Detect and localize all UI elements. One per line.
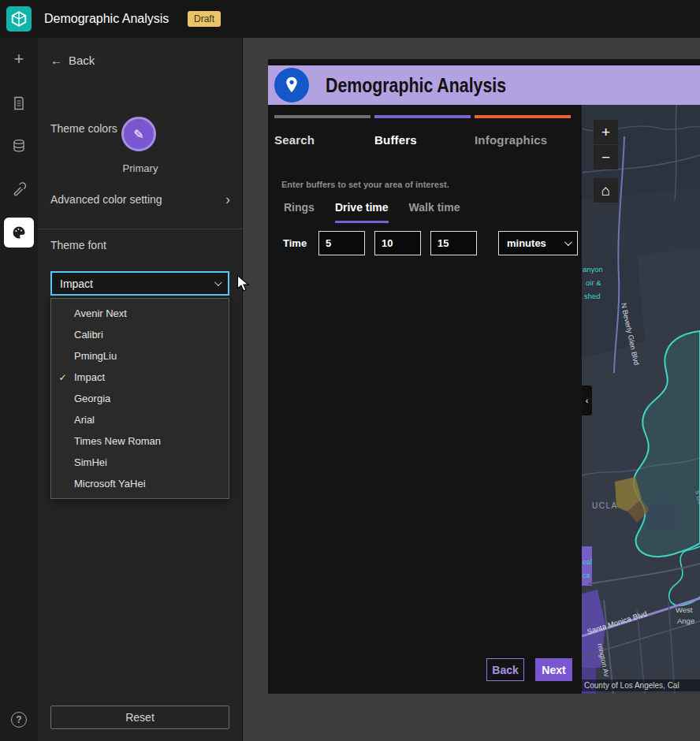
plus-icon: + [14, 50, 24, 68]
left-tool-rail: + ? [0, 38, 38, 741]
preview-next-button[interactable]: Next [535, 658, 572, 681]
home-icon: ⌂ [601, 182, 610, 199]
subtab-rings[interactable]: Rings [284, 201, 315, 223]
primary-swatch-label: Primary [38, 162, 243, 174]
chevron-right-icon: › [225, 192, 230, 207]
mouse-cursor-icon [236, 274, 251, 296]
time-label: Time [283, 237, 318, 249]
app-root: Demographic Analysis Draft + [0, 0, 700, 741]
help-button[interactable]: ? [0, 702, 38, 737]
font-option[interactable]: PmingLiu [51, 345, 229, 367]
tab-search[interactable]: Search [274, 115, 370, 147]
reset-button[interactable]: Reset [50, 706, 229, 729]
map-label-west: West [676, 605, 693, 614]
subtab-walk-time[interactable]: Walk time [409, 201, 460, 223]
font-option-label: Microsoft YaHei [74, 478, 146, 490]
font-option-label: Calibri [74, 329, 103, 341]
zoom-in-button[interactable]: + [594, 120, 618, 144]
font-option-label: Arial [74, 414, 95, 426]
tab-buffers[interactable]: Buffers [374, 115, 471, 147]
tools-button[interactable] [0, 172, 38, 207]
add-button[interactable]: + [0, 42, 38, 76]
font-dropdown-list: Avenir Next Calibri PmingLiu ✓Impact Geo… [50, 298, 229, 499]
font-option-label: Avenir Next [74, 307, 127, 319]
map-label-canyon1: anyon [583, 265, 603, 274]
cube-logo-icon [10, 10, 28, 28]
back-arrow-icon: ← [50, 54, 62, 67]
map-label-ucla: UCLA [592, 501, 618, 510]
font-select-value: Impact [60, 277, 93, 290]
app-preview-window: Demographic Analysis Search Buffers Info… [268, 59, 700, 694]
chevron-down-icon [564, 238, 572, 246]
font-option[interactable]: Microsoft YaHei [51, 473, 229, 494]
preview-app-body: Search Buffers Infographics Enter buffer… [268, 105, 582, 694]
tab-infographics[interactable]: Infographics [475, 115, 571, 147]
map-label-canyon2: oir & [586, 278, 601, 287]
theme-font-heading: Theme font [50, 239, 106, 251]
time-input-2[interactable] [374, 231, 421, 255]
map-label-eal: eal [583, 558, 592, 566]
wrench-icon [12, 182, 26, 196]
map-label-ca: ca [583, 572, 590, 579]
document-icon [12, 96, 26, 110]
home-button[interactable]: ⌂ [594, 178, 618, 203]
draft-status-badge: Draft [188, 11, 221, 27]
primary-color-swatch[interactable]: ✎ [121, 117, 156, 151]
font-option[interactable]: Times New Roman [51, 430, 229, 452]
unit-select-value: minutes [507, 237, 546, 249]
font-option[interactable]: Arial [51, 409, 229, 430]
database-icon [12, 139, 26, 153]
minus-icon: − [601, 149, 610, 166]
font-option[interactable]: Avenir Next [51, 303, 229, 324]
font-option-label: SimHei [74, 456, 107, 468]
check-icon: ✓ [51, 372, 74, 383]
buffers-instruction: Enter buffers to set your area of intere… [281, 180, 449, 189]
data-button[interactable] [0, 128, 38, 163]
top-bar: Demographic Analysis Draft [0, 0, 700, 38]
font-option-label: Impact [74, 371, 105, 383]
unit-select[interactable]: minutes [498, 231, 578, 255]
font-option[interactable]: Calibri [51, 324, 229, 345]
chevron-down-icon [214, 278, 222, 286]
panel-divider [38, 229, 243, 229]
preview-app-header: Demographic Analysis [268, 65, 700, 105]
font-option-selected[interactable]: ✓Impact [51, 367, 229, 388]
pages-button[interactable] [0, 86, 38, 121]
preview-tabs: Search Buffers Infographics [274, 115, 571, 147]
font-option[interactable]: Georgia [51, 388, 229, 409]
back-button[interactable]: ← Back [50, 54, 95, 67]
plus-icon: + [601, 124, 610, 140]
map-label-canyon3: shed [584, 292, 601, 300]
map-panel: anyon oir & shed N Beverly Glen Blvd UCL… [582, 105, 700, 694]
font-option-label: Times New Roman [74, 435, 161, 447]
time-row: Time minutes [283, 231, 486, 255]
subtab-drive-time[interactable]: Drive time [335, 201, 389, 223]
help-icon: ? [11, 712, 27, 728]
app-logo-icon[interactable] [6, 6, 32, 32]
advanced-color-setting-link[interactable]: Advanced color setting › [50, 192, 230, 207]
page-title: Demographic Analysis [44, 0, 169, 38]
font-select[interactable]: Impact [50, 271, 229, 296]
advanced-label: Advanced color setting [50, 193, 162, 206]
font-option-label: PmingLiu [74, 350, 117, 362]
buffer-type-tabs: Rings Drive time Walk time [284, 201, 460, 223]
map-label-ange: Ange [677, 616, 694, 625]
pencil-icon: ✎ [133, 127, 143, 142]
app-pin-icon [274, 68, 309, 102]
palette-icon [11, 225, 27, 240]
zoom-out-button[interactable]: − [594, 145, 618, 169]
theme-button[interactable] [0, 215, 38, 250]
theme-settings-panel: ← Back Theme colors ✎ Primary Advanced c… [38, 38, 243, 741]
font-option[interactable]: SimHei [51, 452, 229, 473]
time-input-3[interactable] [430, 231, 477, 255]
preview-back-button[interactable]: Back [486, 658, 524, 681]
panel-collapse-handle[interactable]: ‹ [582, 385, 592, 415]
theme-colors-heading: Theme colors [50, 122, 117, 135]
map-attribution: County of Los Angeles, Cal [582, 680, 700, 691]
time-input-1[interactable] [318, 231, 365, 255]
preview-app-title: Demographic Analysis [326, 73, 506, 98]
back-label: Back [69, 54, 95, 67]
collapse-chevron-icon: ‹ [586, 396, 589, 405]
font-option-label: Georgia [74, 393, 110, 404]
